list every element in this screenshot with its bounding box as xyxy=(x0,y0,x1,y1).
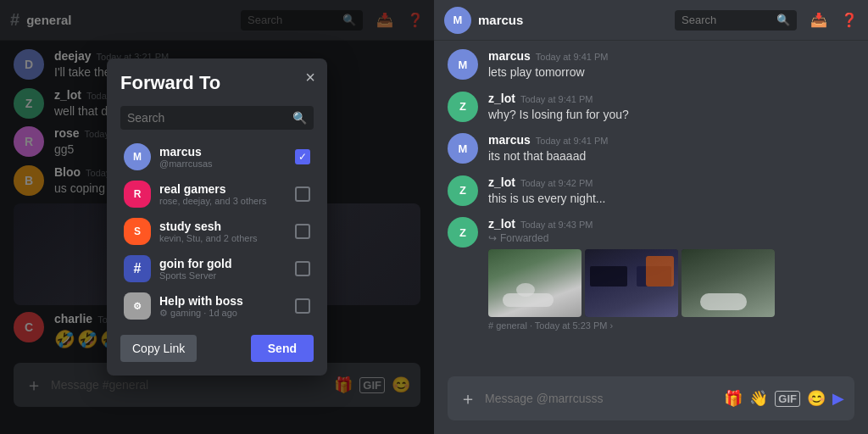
message-time: Today at 9:41 PM xyxy=(536,136,609,146)
modal-overlay: Forward To × 🔍 M marcus @marrcusas xyxy=(0,0,434,434)
modal-search-box[interactable]: 🔍 xyxy=(120,106,314,130)
recipient-avatar-helpwithboss: ⚙ xyxy=(124,292,151,320)
message-author: marcus xyxy=(488,49,531,63)
right-add-attachment-button[interactable]: ＋ xyxy=(458,388,478,409)
right-message-input-bar: ＋ 🎁 👋 GIF 😊 ▶ xyxy=(448,376,854,420)
forward-icon: ↪ xyxy=(488,232,497,244)
message-text: this is us every night... xyxy=(488,191,854,208)
modal-close-button[interactable]: × xyxy=(305,69,315,86)
message-time: Today at 9:42 PM xyxy=(520,178,593,188)
message-time: Today at 9:41 PM xyxy=(520,94,593,104)
modal-title: Forward To xyxy=(120,72,314,94)
recipient-name-helpwithboss: Help with boss xyxy=(159,294,287,308)
forwarded-image-1 xyxy=(488,249,581,317)
recipient-item-marcus[interactable]: M marcus @marrcusas xyxy=(120,138,314,175)
dm-avatar: M xyxy=(444,7,471,34)
right-messages-area: M marcus Today at 9:41 PM lets play tomo… xyxy=(434,41,868,376)
recipient-item-studysesh[interactable]: S study sesh kevin, Stu, and 2 others xyxy=(120,213,314,250)
message-row: Z z_lot Today at 9:42 PM this is us ever… xyxy=(434,174,868,209)
message-row: M marcus Today at 9:41 PM its not that b… xyxy=(434,131,868,167)
recipient-name-studysesh: study sesh xyxy=(159,220,287,233)
message-row: M marcus Today at 9:41 PM lets play tomo… xyxy=(434,47,868,83)
recipient-name-realgamers: real gamers xyxy=(159,182,287,196)
avatar: M xyxy=(448,133,478,164)
right-panel: M marcus 🔍 📥 ❓ M marcus Today at 9:41 PM… xyxy=(434,0,868,434)
forwarded-image-3 xyxy=(682,249,775,317)
recipient-sub-marcus: @marrcusas xyxy=(159,159,287,169)
recipient-avatar-marcus: M xyxy=(124,143,151,170)
forwarded-image-2 xyxy=(585,249,678,317)
channel-footer-info[interactable]: # general · Today at 5:23 PM › xyxy=(488,320,854,331)
recipient-avatar-studysesh: S xyxy=(124,218,151,245)
avatar: Z xyxy=(448,92,478,122)
right-send-icon[interactable]: ▶ xyxy=(832,389,844,408)
right-emoji-icon[interactable]: 😊 xyxy=(807,389,826,408)
copy-link-button[interactable]: Copy Link xyxy=(120,335,197,362)
recipient-sub-goinforgold: Sports Server xyxy=(159,270,287,281)
message-time: Today at 9:43 PM xyxy=(520,220,593,230)
right-search-input[interactable] xyxy=(682,14,773,26)
right-search-box[interactable]: 🔍 xyxy=(675,10,797,31)
forwarded-images xyxy=(488,249,854,317)
modal-search-input[interactable] xyxy=(127,111,287,125)
right-gift-icon[interactable]: 🎁 xyxy=(724,389,743,408)
recipient-sub-studysesh: kevin, Stu, and 2 others xyxy=(159,233,287,243)
recipient-avatar-goinforgold: # xyxy=(124,255,151,282)
recipient-item-goinforgold[interactable]: # goin for gold Sports Server xyxy=(120,250,314,287)
recipient-checkbox-marcus[interactable] xyxy=(295,149,310,164)
recipient-name-marcus: marcus xyxy=(159,145,287,159)
right-help-icon[interactable]: ❓ xyxy=(841,12,858,28)
right-gif-icon[interactable]: GIF xyxy=(775,391,800,407)
message-author: z_lot xyxy=(488,175,515,189)
channel-info-text: # general · Today at 5:23 PM › xyxy=(488,320,613,331)
recipient-checkbox-helpwithboss[interactable] xyxy=(295,298,310,314)
recipient-checkbox-realgamers[interactable] xyxy=(295,186,310,202)
forwarded-text: Forwarded xyxy=(500,232,548,244)
recipient-avatar-realgamers: R xyxy=(124,181,151,208)
right-channel-name: marcus xyxy=(478,13,523,27)
message-author: z_lot xyxy=(488,92,515,105)
right-search-icon: 🔍 xyxy=(776,14,790,26)
recipient-item-realgamers[interactable]: R real gamers rose, deejay, and 3 others xyxy=(120,175,314,213)
message-text: why? Is losing fun for you? xyxy=(488,107,854,124)
right-message-input[interactable] xyxy=(485,392,717,405)
message-text: its not that baaaad xyxy=(488,148,854,165)
message-text: lets play tomorrow xyxy=(488,64,854,81)
right-emoji-wave-icon[interactable]: 👋 xyxy=(749,389,768,408)
recipient-list: M marcus @marrcusas R real gamers rose, … xyxy=(120,138,314,325)
message-author: z_lot xyxy=(488,217,515,231)
recipient-sub-helpwithboss: ⚙ gaming · 1d ago xyxy=(159,308,287,319)
right-inbox-icon[interactable]: 📥 xyxy=(810,12,827,28)
recipient-checkbox-goinforgold[interactable] xyxy=(295,261,310,276)
recipient-checkbox-studysesh[interactable] xyxy=(295,224,310,239)
avatar: Z xyxy=(448,175,478,206)
modal-actions: Copy Link Send xyxy=(120,335,314,362)
right-channel-header: M marcus 🔍 📥 ❓ xyxy=(434,0,868,41)
left-panel: # general 🔍 📥 ❓ D deejay Today at 3:21 P… xyxy=(0,0,434,434)
forwarded-label: ↪ Forwarded xyxy=(488,232,854,244)
message-row-forwarded: Z z_lot Today at 9:43 PM ↪ Forwarded xyxy=(434,215,868,332)
recipient-name-goinforgold: goin for gold xyxy=(159,257,287,270)
recipient-item-helpwithboss[interactable]: ⚙ Help with boss ⚙ gaming · 1d ago xyxy=(120,287,314,325)
send-button[interactable]: Send xyxy=(251,335,314,362)
message-author: marcus xyxy=(488,133,531,147)
message-time: Today at 9:41 PM xyxy=(536,52,609,62)
message-row: Z z_lot Today at 9:41 PM why? Is losing … xyxy=(434,90,868,125)
avatar: Z xyxy=(448,217,478,248)
forward-to-modal: Forward To × 🔍 M marcus @marrcusas xyxy=(107,58,327,376)
avatar: M xyxy=(448,49,478,80)
modal-search-icon: 🔍 xyxy=(292,111,307,125)
recipient-sub-realgamers: rose, deejay, and 3 others xyxy=(159,196,287,206)
